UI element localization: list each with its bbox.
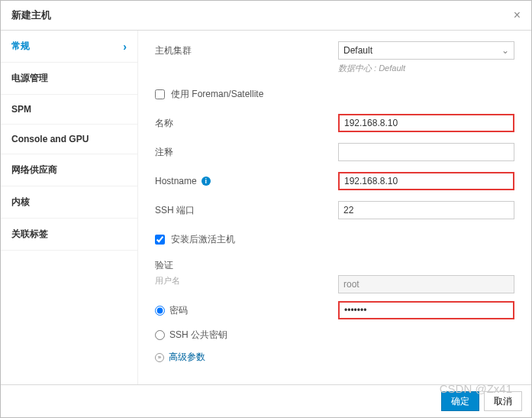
dialog-title: 新建主机 [11, 8, 51, 22]
expand-icon: » [155, 353, 164, 362]
row-sshport: SSH 端口 [155, 201, 514, 219]
row-cluster: 主机集群 Default ⌄ [155, 41, 514, 60]
sshkey-option-label: SSH 公共密钥 [169, 329, 227, 342]
row-sshkey: SSH 公共密钥 [155, 329, 514, 342]
titlebar: 新建主机 × [1, 1, 531, 31]
row-password: 密码 [155, 301, 514, 319]
sidebar-item-network[interactable]: 网络供应商 [1, 154, 137, 186]
sshkey-radio[interactable]: SSH 公共密钥 [155, 329, 338, 342]
chevron-down-icon: ⌄ [501, 45, 509, 56]
username-input [338, 275, 514, 293]
sidebar-item-label: 关联标签 [11, 228, 48, 241]
sidebar-item-label: Console and GPU [11, 134, 89, 144]
chevron-right-icon: › [123, 41, 127, 53]
sidebar-item-label: 电源管理 [11, 72, 48, 85]
cluster-label: 主机集群 [155, 44, 338, 57]
datacenter-hint: 数据中心 : Default [338, 63, 405, 73]
row-foreman: 使用 Foreman/Satellite [155, 85, 514, 103]
foreman-checkbox-input[interactable] [155, 89, 165, 99]
sidebar-item-label: 内核 [11, 196, 30, 209]
dialog-footer: 确定 取消 [1, 384, 531, 417]
password-input[interactable] [338, 301, 514, 319]
sidebar-item-label: 常规 [11, 40, 30, 53]
row-name: 名称 [155, 114, 514, 132]
foreman-checkbox[interactable]: 使用 Foreman/Satellite [155, 88, 263, 101]
row-hostname: Hostname i [155, 172, 514, 190]
dialog-body: 常规 › 电源管理 SPM Console and GPU 网络供应商 内核 关… [1, 31, 531, 384]
cancel-button[interactable]: 取消 [484, 391, 522, 411]
sshport-label: SSH 端口 [155, 204, 338, 217]
auth-section-title: 验证 [155, 259, 514, 272]
foreman-label: 使用 Foreman/Satellite [171, 88, 263, 101]
sshkey-radio-input[interactable] [155, 330, 165, 340]
sidebar-item-kernel[interactable]: 内核 [1, 186, 137, 219]
comment-label: 注释 [155, 146, 338, 159]
username-sublabel: 用户名 [155, 275, 514, 293]
sidebar-item-power[interactable]: 电源管理 [1, 63, 137, 95]
activate-checkbox[interactable]: 安装后激活主机 [155, 233, 235, 246]
cluster-value: Default [343, 45, 372, 56]
sidebar-item-console-gpu[interactable]: Console and GPU [1, 125, 137, 154]
cluster-select[interactable]: Default ⌄ [338, 41, 514, 60]
password-option-label: 密码 [169, 304, 188, 317]
sidebar-item-spm[interactable]: SPM [1, 95, 137, 125]
advanced-label: 高级参数 [169, 351, 205, 364]
hostname-input[interactable] [338, 172, 514, 190]
name-input[interactable] [338, 114, 514, 132]
row-activate: 安装后激活主机 [155, 230, 514, 248]
activate-checkbox-input[interactable] [155, 235, 165, 245]
advanced-toggle[interactable]: » 高级参数 [155, 351, 514, 364]
ok-button[interactable]: 确定 [441, 391, 479, 411]
sidebar-item-label: SPM [11, 104, 31, 115]
hostname-label: Hostname i [155, 176, 338, 186]
form-panel: 主机集群 Default ⌄ 数据中心 : Default 使用 Foreman… [138, 31, 531, 384]
new-host-dialog: 新建主机 × 常规 › 电源管理 SPM Console and GPU 网络供… [0, 0, 532, 418]
info-icon[interactable]: i [202, 177, 211, 186]
sshport-input[interactable] [338, 201, 514, 219]
name-label: 名称 [155, 117, 338, 130]
password-radio-input[interactable] [155, 306, 165, 316]
comment-input[interactable] [338, 143, 514, 161]
sidebar: 常规 › 电源管理 SPM Console and GPU 网络供应商 内核 关… [1, 31, 138, 384]
sidebar-item-labels[interactable]: 关联标签 [1, 219, 137, 251]
sidebar-item-general[interactable]: 常规 › [1, 31, 137, 63]
row-comment: 注释 [155, 143, 514, 161]
activate-label: 安装后激活主机 [171, 233, 235, 246]
sidebar-item-label: 网络供应商 [11, 164, 57, 177]
close-icon[interactable]: × [514, 8, 521, 22]
password-radio[interactable]: 密码 [155, 304, 338, 317]
